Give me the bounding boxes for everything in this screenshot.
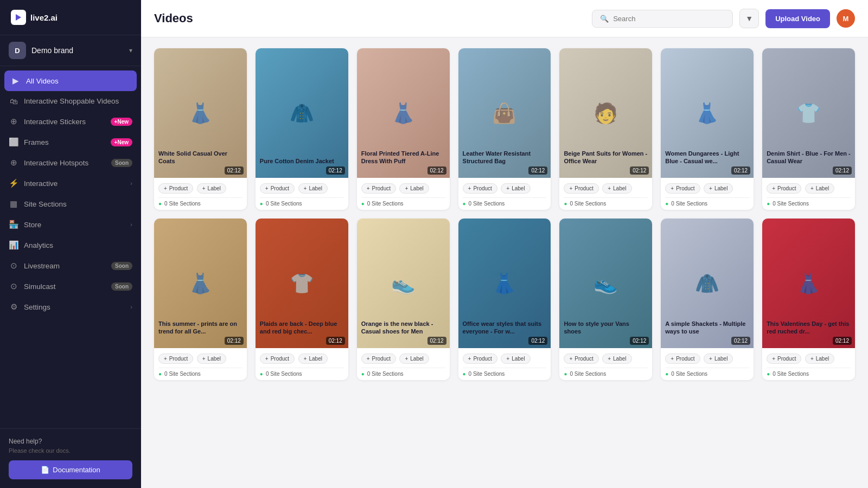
label-tag-button[interactable]: + Label bbox=[399, 183, 429, 194]
sidebar-item-interactive[interactable]: ⚡Interactive› bbox=[0, 173, 141, 194]
sidebar-item-frames[interactable]: ⬜Frames+New bbox=[0, 132, 141, 152]
product-tag-button[interactable]: + Product bbox=[158, 354, 193, 364]
video-card[interactable]: 👗 White Solid Casual Over Coats 02:12 + … bbox=[154, 48, 247, 210]
dot-green-icon: ● bbox=[564, 371, 567, 377]
site-sections: ● 0 Site Sections bbox=[463, 368, 547, 377]
video-card[interactable]: 👕 Plaids are back - Deep blue and red bi… bbox=[256, 219, 348, 380]
video-thumbnail: 👗 White Solid Casual Over Coats 02:12 bbox=[154, 48, 247, 178]
label-text: Label bbox=[208, 356, 221, 362]
site-sections: ● 0 Site Sections bbox=[665, 197, 749, 207]
video-card[interactable]: 👗 Office wear styles that suits everyone… bbox=[458, 219, 551, 380]
label-tag-button[interactable]: + Label bbox=[501, 183, 530, 194]
label-tag-button[interactable]: + Label bbox=[602, 354, 631, 364]
video-card[interactable]: 🧑 Beige Pant Suits for Women - Office We… bbox=[559, 48, 652, 210]
interactive-icon: ⚡ bbox=[9, 178, 18, 188]
label-tag-button[interactable]: + Label bbox=[298, 183, 328, 194]
label-tag-button[interactable]: + Label bbox=[197, 183, 226, 194]
sidebar-item-settings[interactable]: ⚙Settings› bbox=[0, 297, 141, 317]
product-tag-button[interactable]: + Product bbox=[260, 354, 295, 364]
dot-green-icon: ● bbox=[361, 201, 365, 207]
label-tag-button[interactable]: + Label bbox=[704, 354, 733, 364]
site-sections-count: 0 Site Sections bbox=[773, 371, 809, 377]
site-sections: ● 0 Site Sections bbox=[767, 368, 851, 377]
label-tag-button[interactable]: + Label bbox=[602, 183, 631, 194]
product-tag-button[interactable]: + Product bbox=[260, 183, 295, 194]
product-tag-button[interactable]: + Product bbox=[463, 354, 497, 364]
sidebar-item-all-videos[interactable]: ▶All Videos bbox=[4, 70, 137, 91]
figure-icon: 👕 bbox=[290, 272, 314, 295]
site-sections: ● 0 Site Sections bbox=[158, 197, 242, 207]
sidebar-item-store[interactable]: 🏪Store› bbox=[0, 214, 141, 235]
label-tag-button[interactable]: + Label bbox=[805, 183, 834, 194]
video-duration: 02:12 bbox=[833, 337, 852, 345]
video-card[interactable]: 👜 Leather Water Resistant Structured Bag… bbox=[458, 48, 551, 210]
video-card[interactable]: 👗 Women Dungarees - Light Blue - Casual … bbox=[661, 48, 754, 210]
product-tag-button[interactable]: + Product bbox=[767, 354, 801, 364]
video-card[interactable]: 👟 Orange is the new black - Casual shoes… bbox=[357, 219, 450, 380]
video-card[interactable]: 👗 This Valentines Day - get this red ruc… bbox=[762, 219, 855, 380]
video-title: Pure Cotton Denim Jacket bbox=[260, 157, 344, 165]
video-duration: 02:12 bbox=[630, 337, 649, 345]
interactive-shoppable-icon: 🛍 bbox=[9, 97, 18, 106]
documentation-button[interactable]: 📄 Documentation bbox=[9, 460, 132, 479]
filter-button[interactable]: ▼ bbox=[739, 9, 759, 28]
product-tag-button[interactable]: + Product bbox=[564, 183, 598, 194]
product-tag-button[interactable]: + Product bbox=[158, 183, 193, 194]
video-info: + Product + Label ● 0 Site Sections bbox=[357, 178, 450, 210]
label-tag-button[interactable]: + Label bbox=[399, 354, 429, 364]
product-tag-button[interactable]: + Product bbox=[463, 183, 497, 194]
video-card[interactable]: 👟 How to style your Vans shoes 02:12 + P… bbox=[559, 219, 652, 380]
plus-icon: + bbox=[569, 356, 572, 362]
video-info: + Product + Label ● 0 Site Sections bbox=[762, 348, 855, 380]
sidebar-item-interactive-hotspots[interactable]: ⊕Interactive HotspotsSoon bbox=[0, 152, 141, 173]
dot-green-icon: ● bbox=[260, 201, 263, 207]
label-tag-button[interactable]: + Label bbox=[805, 354, 834, 364]
video-card[interactable]: 🧥 Pure Cotton Denim Jacket 02:12 + Produ… bbox=[256, 48, 348, 210]
product-tag-button[interactable]: + Product bbox=[361, 354, 396, 364]
video-title: Women Dungarees - Light Blue - Casual we… bbox=[665, 150, 749, 165]
product-tag-button[interactable]: + Product bbox=[361, 183, 396, 194]
label-tag-button[interactable]: + Label bbox=[298, 354, 328, 364]
video-title: White Solid Casual Over Coats bbox=[158, 150, 242, 165]
product-tag-button[interactable]: + Product bbox=[665, 354, 700, 364]
sidebar-item-simulcast[interactable]: ⊙SimulcastSoon bbox=[0, 276, 141, 297]
sidebar-item-livestream[interactable]: ⊙LivestreamSoon bbox=[0, 255, 141, 276]
brand-selector[interactable]: D Demo brand ▾ bbox=[0, 35, 141, 66]
product-tag-button[interactable]: + Product bbox=[564, 354, 598, 364]
product-tag-button[interactable]: + Product bbox=[767, 183, 801, 194]
video-title: A simple Shackets - Multiple ways to use bbox=[665, 320, 749, 336]
video-card[interactable]: 👗 This summer - prints are on trend for … bbox=[154, 219, 247, 380]
badge-interactive-hotspots: Soon bbox=[111, 159, 132, 167]
label-tag-button[interactable]: + Label bbox=[197, 354, 226, 364]
search-input[interactable] bbox=[613, 15, 725, 23]
search-bar[interactable]: 🔍 bbox=[592, 10, 733, 28]
sidebar-item-interactive-shoppable[interactable]: 🛍Interactive Shoppable Videos bbox=[0, 91, 141, 111]
video-tags: + Product + Label bbox=[463, 352, 547, 365]
label-tag-button[interactable]: + Label bbox=[501, 354, 530, 364]
help-subtitle: Please check our docs. bbox=[9, 447, 132, 454]
site-sections: ● 0 Site Sections bbox=[564, 197, 648, 207]
sidebar-item-analytics[interactable]: 📊Analytics bbox=[0, 235, 141, 255]
plus-icon: + bbox=[304, 356, 307, 362]
search-icon: 🔍 bbox=[600, 15, 609, 23]
sidebar-item-interactive-stickers[interactable]: ⊕Interactive Stickers+New bbox=[0, 111, 141, 132]
product-label: Product bbox=[473, 356, 492, 362]
video-card[interactable]: 👕 Denim Shirt - Blue - For Men - Casual … bbox=[762, 48, 855, 210]
badge-interactive-stickers: +New bbox=[111, 118, 132, 126]
product-label: Product bbox=[271, 185, 289, 191]
product-tag-button[interactable]: + Product bbox=[665, 183, 700, 194]
plus-icon: + bbox=[367, 356, 370, 362]
video-thumbnail: 👜 Leather Water Resistant Structured Bag… bbox=[458, 48, 551, 178]
label-tag-button[interactable]: + Label bbox=[704, 183, 733, 194]
plus-icon: + bbox=[468, 356, 471, 362]
video-duration: 02:12 bbox=[528, 166, 547, 175]
plus-icon: + bbox=[367, 185, 370, 191]
upload-video-button[interactable]: Upload Video bbox=[765, 9, 830, 28]
video-card[interactable]: 👗 Floral Printed Tiered A-Line Dress Wit… bbox=[357, 48, 450, 210]
video-info: + Product + Label ● 0 Site Sections bbox=[458, 348, 551, 380]
video-tags: + Product + Label bbox=[260, 182, 344, 195]
site-sections-count: 0 Site Sections bbox=[671, 201, 707, 207]
video-card[interactable]: 🧥 A simple Shackets - Multiple ways to u… bbox=[661, 219, 754, 380]
plus-icon: + bbox=[405, 185, 408, 191]
sidebar-item-site-sections[interactable]: ▦Site Sections bbox=[0, 194, 141, 214]
